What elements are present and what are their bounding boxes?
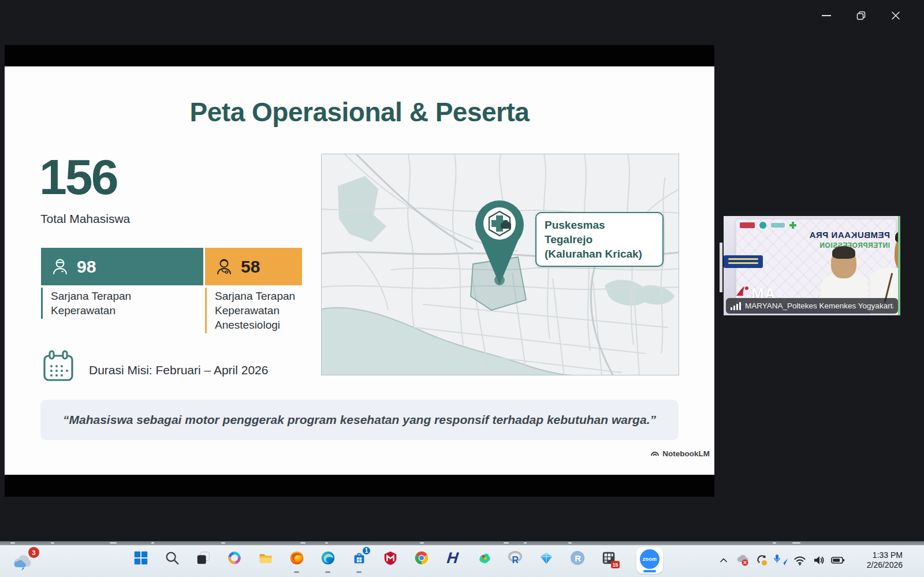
sponsor-logo-text [771,223,785,228]
edge-running-indicator [325,571,330,573]
sponsor-logo-red [740,222,755,228]
clock-date: 2/26/2026 [854,560,903,570]
file-explorer-button[interactable] [257,549,274,567]
close-icon [891,11,900,20]
quote-banner: “Mahasiswa sebagai motor penggerak progr… [40,400,679,440]
svg-text:R: R [575,553,581,563]
copilot-button[interactable] [226,549,243,567]
sync-icon [755,553,769,567]
notebooklm-branding: NotebookLM [650,449,710,458]
grid-app-button[interactable]: 15 [600,549,617,567]
edge-button[interactable] [319,549,337,567]
battery-icon [830,553,845,567]
stat-card-anesthesia: 58 [205,248,302,285]
slide-title: Peta Operasional & Peserta [5,96,714,128]
speaker-icon [812,553,826,567]
mission-duration-text: Durasi Misi: Februari – April 2026 [89,355,268,377]
firefox-button[interactable] [288,549,305,567]
restore-button[interactable] [850,5,872,27]
zoom-running-indicator [643,570,656,572]
gis-app-button[interactable] [475,549,493,567]
taskbar: 3 [0,545,924,577]
tray-chevron-button[interactable] [716,553,731,568]
sync-status-button[interactable] [754,553,769,568]
banner-logos [740,222,796,229]
video-edge-sliver [898,216,900,315]
diamond-app-button[interactable] [538,549,555,567]
watermark-logo-icon [735,285,750,298]
total-students-value: 156 [39,152,117,202]
notebooklm-label: NotebookLM [662,449,710,458]
svg-text:R: R [512,555,519,565]
weather-badge: 3 [28,547,39,558]
nursing-count: 98 [77,257,96,277]
taskbar-clock[interactable]: 1:33 PM 2/26/2026 [854,550,903,570]
window-edge-artifact [720,243,722,292]
anesthesia-program-label: Sarjana Terapan Keperawatan Anestesiolog… [205,288,295,333]
system-tray: 1:33 PM 2/26/2026 [716,550,903,570]
screen-share-region: Peta Operasional & Peserta 156 Total Mah… [5,45,714,497]
windows-start-icon [133,550,149,566]
gis-map-icon [476,550,492,566]
participant-name: MARYANA_Poltekes Kemenkes Yogyakarta [745,301,893,310]
diamond-icon [538,550,554,566]
onedrive-error-icon [736,553,750,567]
calendar-icon [40,348,76,384]
sponsor-logo-circle [759,222,766,229]
rstudio-button[interactable]: R [569,549,586,567]
store-running-indicator [356,571,362,573]
file-explorer-icon [258,550,274,566]
total-students-label: Total Mahasiswa [40,212,130,226]
h-app-button[interactable]: H [444,549,461,567]
mcafee-icon [382,550,398,566]
presentation-slide: Peta Operasional & Peserta 156 Total Mah… [5,66,714,475]
minimize-button[interactable] [815,5,837,27]
zoom-app-button[interactable]: zoom [636,547,663,574]
start-button[interactable] [132,549,150,567]
nurse-icon [50,257,70,277]
chrome-icon [413,550,430,566]
operations-map: Puskesmas Tegalrejo (Kalurahan Kricak) [321,154,679,375]
task-view-icon [195,550,211,566]
nursing-program-label: Sarjana Terapan Keperawatan [41,288,131,319]
notebooklm-icon [650,449,660,458]
mcafee-button[interactable] [382,549,399,567]
zoom-app-label: zoom [643,556,657,562]
store-badge: 1 [362,546,371,556]
restore-icon [856,10,866,21]
h-app-icon: H [446,549,460,567]
battery-button[interactable] [830,553,845,568]
banner-chip [724,255,763,268]
anesthesia-count: 58 [241,257,260,277]
firefox-icon [289,550,305,566]
taskbar-icons: 1 H [132,549,617,567]
wifi-icon [793,553,807,567]
weather-widget[interactable]: 3 [12,549,38,574]
mic-location-button[interactable] [773,553,788,568]
quote-text: “Mahasiswa sebagai motor penggerak progr… [63,413,656,427]
participant-video[interactable]: PEMBUKAAN PRA INTERPROFESSION [724,216,900,315]
edge-icon [320,550,336,566]
participant-nameplate: MARYANA_Poltekes Kemenkes Yogyakarta [726,298,898,314]
chevron-up-icon [718,554,729,566]
r-language-button[interactable]: R [506,549,524,567]
grid-app-badge: 15 [611,561,620,568]
audio-level-icon [731,301,741,310]
stat-card-nursing: 98 [41,248,203,285]
search-icon [164,550,180,566]
search-button[interactable] [163,549,181,567]
close-button[interactable] [885,5,907,27]
background-window-strip [0,541,924,545]
copilot-icon [226,550,243,566]
volume-button[interactable] [811,553,826,568]
onedrive-status-button[interactable] [735,553,750,568]
firefox-running-indicator [294,571,299,573]
task-view-button[interactable] [195,549,212,567]
wifi-button[interactable] [792,553,807,568]
zoom-app-window: Peta Operasional & Peserta 156 Total Mah… [0,0,924,542]
chrome-button[interactable] [413,549,430,567]
desktop: Peta Operasional & Peserta 156 Total Mah… [0,0,924,577]
microsoft-store-button[interactable]: 1 [351,549,368,567]
r-language-icon: R [507,550,523,566]
banner-title-text: PEMBUKAAN PRA [736,230,890,240]
